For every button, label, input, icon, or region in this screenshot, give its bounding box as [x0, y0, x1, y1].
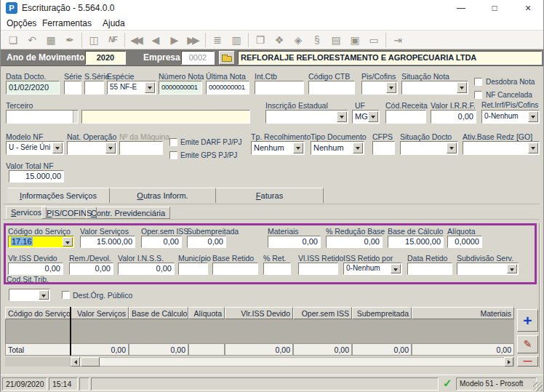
- vl-iss-retido-field[interactable]: [298, 263, 338, 275]
- seal-icon[interactable]: ❖: [270, 32, 289, 48]
- last-record-icon[interactable]: ▶▶: [184, 32, 203, 48]
- nat-operacao-select[interactable]: [67, 141, 117, 155]
- emite-gps-checkbox[interactable]: [169, 151, 177, 159]
- open-company-button[interactable]: [219, 51, 235, 65]
- blank-icon[interactable]: ▭: [364, 32, 383, 48]
- chevron-down-icon[interactable]: [447, 143, 457, 153]
- data-retido-field[interactable]: [407, 263, 452, 275]
- chevron-down-icon[interactable]: [63, 237, 73, 247]
- chevron-down-icon[interactable]: [507, 264, 517, 273]
- nf-cancelada-checkbox[interactable]: [474, 91, 482, 99]
- chevron-down-icon[interactable]: [39, 290, 49, 300]
- modelo-nf-select[interactable]: U - Série Úni: [6, 141, 64, 155]
- notebook-icon[interactable]: ▣: [345, 32, 364, 48]
- taxes-icon[interactable]: §: [308, 32, 327, 48]
- tab-faturas[interactable]: Faturas: [216, 188, 324, 203]
- menu-opcoes[interactable]: Opções: [7, 18, 36, 28]
- pct-reducao-base-field[interactable]: 0,00: [326, 236, 383, 248]
- chevron-down-icon[interactable]: [457, 82, 467, 93]
- ledger-icon[interactable]: ▤: [327, 32, 345, 48]
- stamp-icon[interactable]: ✒: [60, 32, 79, 48]
- valor-irrf-field[interactable]: 0,00: [431, 110, 476, 124]
- close-button[interactable]: ×: [511, 0, 544, 16]
- edit-row-button[interactable]: ✎: [517, 335, 538, 353]
- valor-servicos-field[interactable]: 15.000,00: [80, 236, 135, 248]
- tab-outras-inform[interactable]: Outras Inform.: [110, 188, 216, 203]
- situacao-docto-select[interactable]: [400, 141, 458, 155]
- aliquota-field[interactable]: 0,0000: [447, 236, 482, 248]
- preview-icon[interactable]: ◫: [84, 32, 103, 48]
- terceiro-code-field[interactable]: [6, 110, 79, 124]
- nf-icon[interactable]: NF: [103, 32, 122, 48]
- no-maquina-field[interactable]: [119, 141, 163, 155]
- valor-inss-field[interactable]: 0,00: [118, 263, 175, 275]
- new-document-icon[interactable]: ❏: [4, 32, 23, 48]
- serie-field[interactable]: [64, 81, 81, 95]
- tp-recolhimento-select[interactable]: Nenhum: [251, 141, 305, 155]
- chevron-down-icon[interactable]: [105, 143, 116, 153]
- undo-icon[interactable]: ↶: [23, 32, 41, 48]
- ano-movimento-field[interactable]: 2020: [85, 51, 126, 65]
- codigo-ctb-field[interactable]: [308, 81, 355, 95]
- desdobra-nota-checkbox[interactable]: [474, 78, 482, 86]
- company-name-field[interactable]: REFLORALJE REFLORESTAMENTO E AGROPECUARI…: [238, 51, 542, 65]
- inscricao-estadual-select[interactable]: [265, 110, 348, 124]
- vlr-iss-devido-field[interactable]: 0,00: [8, 263, 63, 275]
- chevron-down-icon[interactable]: [368, 111, 378, 122]
- maximize-button[interactable]: □: [478, 0, 511, 16]
- base-calculo-field[interactable]: 15.000,00: [388, 236, 444, 248]
- copy-icon[interactable]: ❐: [251, 32, 270, 48]
- add-row-button[interactable]: +: [517, 309, 538, 332]
- exit-icon[interactable]: ⇥: [388, 32, 407, 48]
- terceiro-lookup-button[interactable]: [73, 111, 78, 123]
- subempreitada-field[interactable]: 0,00: [187, 236, 226, 248]
- valor-total-nf-field[interactable]: 15.000,00: [9, 170, 64, 183]
- base-retido-field[interactable]: [212, 263, 258, 275]
- cod-sit-trib-select[interactable]: [9, 289, 50, 301]
- tab-informacoes-servicos[interactable]: Informações Serviços: [7, 188, 110, 203]
- menu-ajuda[interactable]: Ajuda: [103, 18, 125, 28]
- chevron-down-icon[interactable]: [528, 111, 538, 122]
- rem-devol-field[interactable]: 0,00: [69, 263, 113, 275]
- data-docto-field[interactable]: 01/02/2020: [6, 81, 60, 95]
- ultima-nota-field[interactable]: 0000000001: [206, 81, 249, 95]
- municipio-field[interactable]: [178, 263, 208, 275]
- first-record-icon[interactable]: ◀◀: [127, 32, 146, 48]
- structure-icon[interactable]: ≣: [208, 32, 227, 48]
- import-icon[interactable]: ▥: [227, 32, 246, 48]
- chevron-down-icon[interactable]: [391, 264, 401, 273]
- grid-body[interactable]: [5, 319, 514, 343]
- cod-receita-field[interactable]: [385, 110, 426, 124]
- subtab-servicos[interactable]: Servicos: [6, 206, 47, 220]
- uf-select[interactable]: MG: [352, 110, 380, 124]
- tipo-documento-select[interactable]: Nenhum: [311, 141, 364, 155]
- terceiro-name-field[interactable]: [81, 110, 250, 124]
- tools-icon[interactable]: ◈: [289, 32, 308, 48]
- especie-select[interactable]: 55 NF-E: [107, 81, 156, 95]
- chevron-down-icon[interactable]: [293, 143, 303, 153]
- materiais-field[interactable]: 0,00: [268, 236, 321, 248]
- scroll-left-icon[interactable]: [71, 357, 80, 367]
- scroll-right-icon[interactable]: [504, 357, 513, 367]
- subdivisao-serv-select[interactable]: [457, 263, 519, 275]
- chevron-down-icon[interactable]: [386, 82, 396, 93]
- dest-org-publico-checkbox[interactable]: [62, 291, 70, 299]
- oper-sem-iss-field[interactable]: 0,00: [141, 236, 182, 248]
- scroll-thumb[interactable]: [81, 357, 100, 367]
- int-ctb-field[interactable]: [255, 81, 304, 95]
- chevron-down-icon[interactable]: [52, 143, 63, 153]
- ativ-base-redz-select[interactable]: [463, 141, 540, 155]
- previous-record-icon[interactable]: ◀: [146, 32, 165, 48]
- chevron-down-icon[interactable]: [337, 111, 347, 122]
- cfps-field[interactable]: [372, 141, 395, 155]
- s-serie-field[interactable]: [84, 81, 104, 95]
- chevron-down-icon[interactable]: [528, 143, 538, 153]
- codigo-servico-select[interactable]: 17.16: [8, 236, 74, 248]
- situacao-nota-select[interactable]: [401, 81, 468, 95]
- emite-darf-checkbox[interactable]: [169, 138, 177, 146]
- save-icon[interactable]: ▦: [41, 32, 60, 48]
- pct-ret-field[interactable]: [263, 263, 291, 275]
- chevron-down-icon[interactable]: [353, 143, 363, 153]
- next-record-icon[interactable]: ▶: [165, 32, 184, 48]
- subtab-contr-previdenciaria[interactable]: Contr. Previdenciária: [86, 207, 170, 219]
